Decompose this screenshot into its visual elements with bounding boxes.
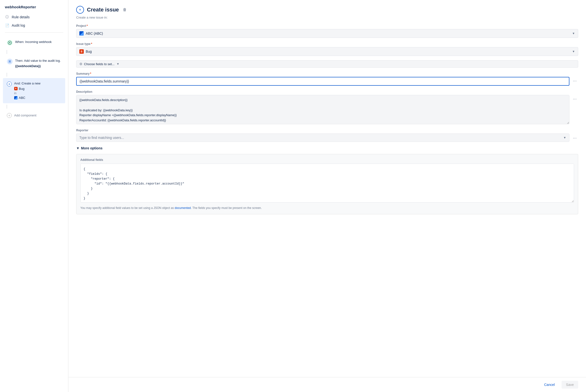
then-step-label: Then: Add value to the audit log.	[15, 58, 61, 63]
document-icon: 📄	[5, 23, 9, 28]
then-step-detail: {{webhookData}}	[15, 64, 61, 68]
audit-log-label: Audit log	[12, 24, 25, 27]
additional-fields-label: Additional fields	[80, 158, 574, 162]
sidebar: webhookReporter ⓘ Rule details 📄 Audit l…	[0, 0, 68, 392]
choose-fields-chevron-icon: ▼	[117, 62, 119, 66]
document-blue-icon	[7, 58, 13, 64]
and-step-in: in	[14, 91, 61, 96]
issue-type-required: *	[91, 42, 92, 46]
reporter-section: Reporter Type to find matching users... …	[76, 129, 578, 142]
sidebar-item-rule-details[interactable]: ⓘ Rule details	[0, 13, 68, 21]
reporter-ellipsis-btn[interactable]: ⋯	[571, 134, 578, 141]
project-chevron-icon: ▼	[572, 32, 575, 35]
and-step-label: And: Create a new	[14, 81, 61, 86]
subtitle: Create a new issue in:	[76, 16, 578, 19]
project-select[interactable]: ABC (ABC) ▼	[76, 29, 578, 38]
and-step-icon: +	[7, 82, 12, 86]
rule-details-label: Rule details	[12, 15, 30, 19]
project-required: *	[87, 24, 88, 28]
add-component-label: Add component	[14, 114, 36, 117]
connector-1	[7, 50, 7, 54]
connector-3	[7, 105, 7, 108]
more-options-label: More options	[81, 146, 103, 150]
choose-fields-label: Choose fields to set...	[84, 62, 115, 66]
additional-fields-textarea[interactable]	[80, 164, 574, 202]
reporter-select[interactable]: Type to find matching users... ▼	[76, 134, 569, 142]
summary-required: *	[90, 72, 91, 76]
summary-label: Summary*	[76, 72, 578, 76]
description-row: ⋯	[76, 95, 578, 124]
summary-ellipsis-btn[interactable]: ⋯	[571, 77, 578, 84]
issue-type-chevron-icon: ▼	[572, 50, 575, 53]
add-circle-icon: +	[7, 113, 12, 118]
project-value: ABC (ABC)	[86, 32, 103, 36]
bug-icon-small: B	[14, 87, 18, 90]
project-select-left: ABC (ABC)	[79, 31, 103, 36]
issue-type-select[interactable]: B Bug ▼	[76, 47, 578, 56]
when-step[interactable]: When: Incoming webhook	[3, 36, 65, 48]
save-button[interactable]: Save	[561, 381, 578, 388]
issue-type-select-left: B Bug	[79, 49, 92, 54]
main-panel: + Create issue 🗑 Create a new issue in: …	[68, 0, 586, 392]
svg-rect-1	[9, 60, 11, 63]
reporter-row: Type to find matching users... ▼ ⋯	[76, 134, 578, 142]
when-step-label: When: Incoming webhook	[15, 40, 61, 44]
sidebar-item-audit-log[interactable]: 📄 Audit log	[0, 21, 68, 30]
issue-type-value: Bug	[86, 50, 92, 54]
footer: Cancel Save	[68, 377, 586, 392]
and-step-bug: B Bug	[14, 86, 61, 91]
issue-type-label: Issue type*	[76, 42, 578, 46]
project-logo-icon	[79, 31, 84, 36]
help-text: You may specify additional field values …	[80, 206, 574, 210]
trash-icon[interactable]: 🗑	[123, 8, 127, 12]
connector-2	[7, 73, 7, 77]
help-text-link[interactable]: documented	[175, 206, 191, 210]
summary-input[interactable]	[76, 77, 569, 86]
add-component-btn[interactable]: + Add component	[3, 110, 65, 121]
app-title: webhookReporter	[0, 5, 68, 13]
info-circle-icon: ⓘ	[5, 15, 9, 19]
more-options-toggle[interactable]: ▼ More options	[76, 146, 578, 150]
and-step-content: And: Create a new B Bug in ABC	[14, 81, 61, 100]
cancel-button[interactable]: Cancel	[540, 381, 559, 388]
gear-icon: ⚙	[79, 62, 83, 66]
page-title: Create issue	[87, 6, 119, 13]
reporter-placeholder: Type to find matching users...	[79, 136, 124, 140]
sidebar-divider	[5, 32, 63, 33]
choose-fields-btn[interactable]: ⚙ Choose fields to set... ▼	[76, 60, 578, 68]
then-step[interactable]: Then: Add value to the audit log. {{webh…	[3, 56, 65, 71]
then-step-content: Then: Add value to the audit log. {{webh…	[15, 58, 61, 68]
issue-type-section: Issue type* B Bug ▼	[76, 42, 578, 56]
reporter-chevron-icon: ▼	[563, 136, 566, 139]
description-ellipsis-btn[interactable]: ⋯	[571, 96, 578, 102]
summary-section: Summary* ⋯	[76, 72, 578, 86]
description-textarea[interactable]	[76, 95, 569, 124]
page-header: + Create issue 🗑	[76, 6, 578, 14]
project-section: Project* ABC (ABC) ▼	[76, 24, 578, 38]
description-label: Description	[76, 90, 578, 94]
project-icon-small	[14, 96, 18, 100]
more-options-chevron-icon: ▼	[76, 146, 80, 150]
description-section: Description ⋯	[76, 90, 578, 124]
project-label: Project*	[76, 24, 578, 28]
webhook-icon	[7, 40, 13, 46]
more-options-section: Additional fields You may specify additi…	[76, 154, 578, 214]
reporter-label: Reporter	[76, 129, 578, 132]
and-step[interactable]: + And: Create a new B Bug in ABC	[3, 78, 65, 103]
create-issue-icon: +	[76, 6, 84, 14]
and-step-abc: ABC	[14, 96, 61, 100]
bug-type-icon: B	[79, 49, 84, 54]
summary-row: ⋯	[76, 77, 578, 86]
